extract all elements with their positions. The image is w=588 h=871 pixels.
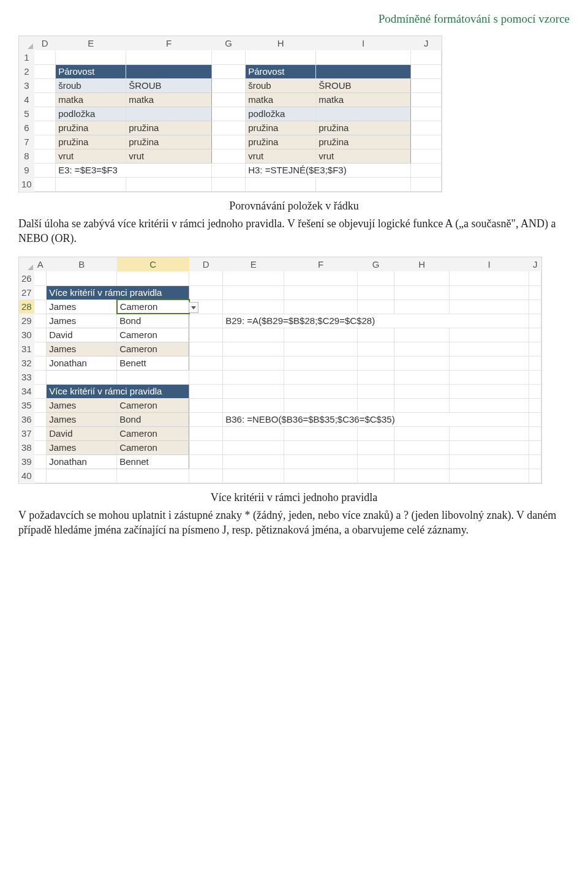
cell bbox=[126, 177, 212, 191]
column-header: A bbox=[34, 257, 47, 271]
cell bbox=[212, 121, 246, 135]
cell bbox=[450, 342, 529, 356]
cell bbox=[117, 469, 189, 483]
cell bbox=[411, 149, 442, 163]
cell: Cameron bbox=[117, 342, 189, 356]
cell bbox=[246, 177, 316, 191]
cell bbox=[529, 271, 541, 285]
cell bbox=[117, 271, 189, 285]
cell bbox=[223, 454, 284, 469]
cell bbox=[117, 370, 189, 384]
cell: Cameron bbox=[117, 398, 189, 412]
cell bbox=[284, 271, 358, 285]
cell bbox=[189, 412, 223, 426]
row-header: 37 bbox=[19, 426, 34, 440]
cell bbox=[358, 398, 394, 412]
cell bbox=[411, 78, 442, 92]
cell bbox=[450, 454, 529, 469]
cell bbox=[394, 285, 450, 300]
select-all-icon bbox=[19, 36, 34, 50]
cell bbox=[189, 454, 223, 469]
cell bbox=[34, 314, 47, 328]
cell bbox=[284, 342, 358, 356]
cell: matka bbox=[316, 92, 411, 107]
cell bbox=[34, 177, 56, 191]
cell bbox=[212, 149, 246, 163]
cell: matka bbox=[126, 92, 212, 107]
cell bbox=[223, 384, 284, 398]
cell: David bbox=[47, 328, 117, 342]
cell bbox=[126, 64, 212, 78]
column-header: E bbox=[56, 36, 126, 50]
cell bbox=[284, 469, 358, 483]
cell bbox=[223, 370, 284, 384]
cell bbox=[529, 285, 541, 300]
cell: pružina bbox=[56, 135, 126, 149]
cell bbox=[126, 50, 212, 64]
cell bbox=[212, 107, 246, 121]
column-header: G bbox=[212, 36, 246, 50]
cell bbox=[394, 454, 450, 469]
table-title: Více kritérií v rámci pravidla bbox=[47, 285, 189, 300]
cell: šroub bbox=[246, 78, 316, 92]
cell bbox=[529, 412, 541, 426]
cell: podložka bbox=[246, 107, 316, 121]
column-header: G bbox=[358, 257, 394, 271]
cell: podložka bbox=[56, 107, 126, 121]
spreadsheet-parovost: DEFGHIJ12PárovostPárovost3šroubŠROUBšrou… bbox=[18, 36, 442, 192]
column-header: F bbox=[126, 36, 212, 50]
cell bbox=[34, 398, 47, 412]
cell bbox=[358, 426, 394, 440]
cell bbox=[34, 50, 56, 64]
cell bbox=[358, 328, 394, 342]
row-header: 10 bbox=[19, 177, 34, 191]
cell bbox=[284, 300, 358, 314]
cell bbox=[189, 356, 223, 370]
cell bbox=[47, 271, 117, 285]
column-header: D bbox=[189, 257, 223, 271]
cell bbox=[223, 356, 284, 370]
cell bbox=[316, 177, 411, 191]
cell bbox=[223, 285, 284, 300]
cell bbox=[189, 271, 223, 285]
cell bbox=[212, 163, 246, 177]
row-header: 4 bbox=[19, 92, 34, 107]
row-header: 1 bbox=[19, 50, 34, 64]
cell bbox=[189, 384, 223, 398]
cell bbox=[316, 107, 411, 121]
cell: ŠROUB bbox=[126, 78, 212, 92]
cell bbox=[411, 121, 442, 135]
cell bbox=[34, 454, 47, 469]
row-header: 38 bbox=[19, 440, 34, 454]
cell bbox=[411, 163, 442, 177]
cell bbox=[394, 426, 450, 440]
cell bbox=[246, 50, 316, 64]
cell: David bbox=[47, 426, 117, 440]
cell: pružina bbox=[126, 121, 212, 135]
cell: vrut bbox=[126, 149, 212, 163]
cell bbox=[223, 469, 284, 483]
cell bbox=[223, 300, 284, 314]
formula-text: E3: =$E3=$F3 bbox=[56, 163, 212, 177]
cell bbox=[34, 342, 47, 356]
cell bbox=[394, 300, 450, 314]
paragraph-2: V požadavcích se mohou uplatnit i zástup… bbox=[18, 508, 570, 538]
column-header: H bbox=[246, 36, 316, 50]
cell: James bbox=[47, 440, 117, 454]
cell bbox=[411, 107, 442, 121]
cell bbox=[47, 469, 117, 483]
row-header: 30 bbox=[19, 328, 34, 342]
cell: vrut bbox=[316, 149, 411, 163]
cell bbox=[411, 50, 442, 64]
cell bbox=[189, 314, 223, 328]
cell bbox=[34, 271, 47, 285]
formula-text: H3: =STEJNÉ($E3;$F3) bbox=[246, 163, 411, 177]
active-cell: Cameron bbox=[117, 300, 189, 314]
cell bbox=[223, 342, 284, 356]
cell bbox=[450, 440, 529, 454]
row-header: 33 bbox=[19, 370, 34, 384]
cell bbox=[223, 328, 284, 342]
cell: vrut bbox=[56, 149, 126, 163]
paragraph-1: Další úloha se zabývá více kritérii v rá… bbox=[18, 216, 570, 246]
cell bbox=[189, 370, 223, 384]
